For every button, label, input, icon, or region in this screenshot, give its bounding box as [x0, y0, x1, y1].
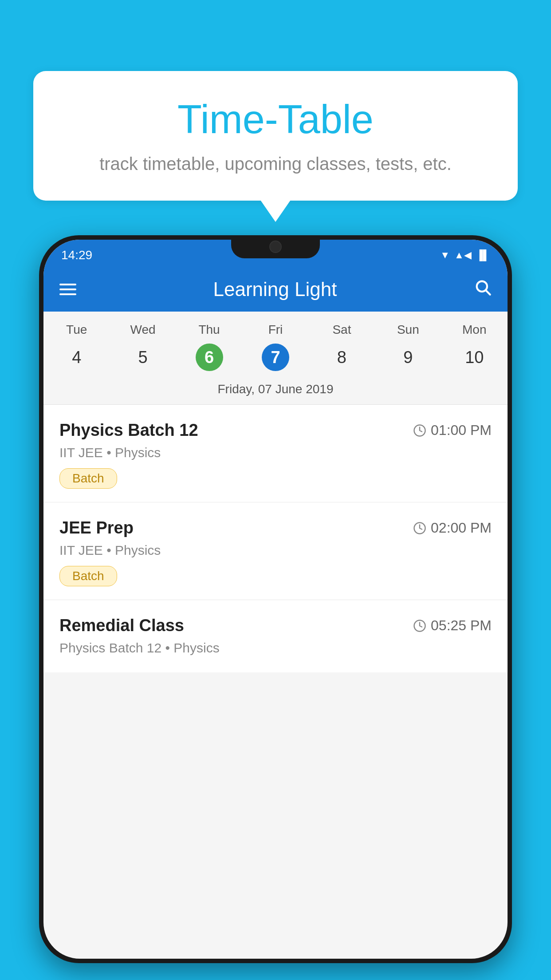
day-4[interactable]: 4 [43, 344, 110, 371]
menu-button[interactable] [59, 284, 76, 295]
schedule-item-3[interactable]: Remedial Class 05:25 PM Physics Batch 12… [43, 600, 508, 672]
schedule-item-2-title: JEE Prep [59, 518, 134, 537]
day-header-thu: Thu [176, 320, 242, 339]
day-8[interactable]: 8 [309, 344, 375, 371]
schedule-item-3-subtitle: Physics Batch 12 • Physics [59, 640, 492, 656]
schedule-item-1-header: Physics Batch 12 01:00 PM [59, 421, 492, 440]
wifi-icon: ▼ [440, 249, 450, 261]
schedule-item-3-title: Remedial Class [59, 616, 184, 635]
clock-icon-2 [413, 522, 426, 535]
status-icons: ▼ ▲◀ ▐▌ [440, 249, 490, 261]
day-5[interactable]: 5 [110, 344, 176, 371]
day-header-sun: Sun [375, 320, 441, 339]
day-numbers: 4 5 6 7 8 9 10 [43, 344, 508, 371]
selected-date-label: Friday, 07 June 2019 [43, 378, 508, 405]
day-headers: Tue Wed Thu Fri Sat Sun Mon [43, 320, 508, 339]
schedule-list: Physics Batch 12 01:00 PM IIT JEE • Phys… [43, 405, 508, 672]
phone-notch [231, 235, 320, 258]
schedule-item-1-tag: Batch [59, 468, 117, 489]
search-button[interactable] [474, 278, 492, 300]
schedule-item-2-tag: Batch [59, 566, 117, 586]
status-time: 14:29 [61, 248, 92, 262]
clock-icon-3 [413, 619, 426, 632]
schedule-item-1-subtitle: IIT JEE • Physics [59, 445, 492, 460]
bubble-subtitle: track timetable, upcoming classes, tests… [55, 151, 496, 176]
phone-screen: 14:29 ▼ ▲◀ ▐▌ Learning Light [43, 240, 508, 959]
day-10[interactable]: 10 [441, 344, 508, 371]
signal-icon: ▲◀ [454, 249, 472, 261]
app-title: Learning Light [90, 278, 460, 300]
calendar-strip: Tue Wed Thu Fri Sat Sun Mon 4 5 6 7 8 9 … [43, 312, 508, 405]
schedule-item-1[interactable]: Physics Batch 12 01:00 PM IIT JEE • Phys… [43, 405, 508, 502]
schedule-item-1-title: Physics Batch 12 [59, 421, 198, 440]
schedule-item-1-time: 01:00 PM [413, 422, 492, 439]
schedule-item-2-time: 02:00 PM [413, 520, 492, 536]
schedule-item-2-header: JEE Prep 02:00 PM [59, 518, 492, 537]
speech-bubble: Time-Table track timetable, upcoming cla… [33, 71, 518, 201]
camera-icon [269, 241, 282, 253]
battery-icon: ▐▌ [476, 249, 490, 261]
svg-line-1 [486, 291, 490, 295]
day-header-tue: Tue [43, 320, 110, 339]
day-7-selected[interactable]: 7 [262, 344, 289, 371]
day-6-today[interactable]: 6 [196, 344, 223, 371]
day-header-fri: Fri [242, 320, 308, 339]
day-9[interactable]: 9 [375, 344, 441, 371]
bubble-title: Time-Table [55, 98, 496, 142]
schedule-item-3-header: Remedial Class 05:25 PM [59, 616, 492, 635]
phone-frame: 14:29 ▼ ▲◀ ▐▌ Learning Light [39, 235, 512, 963]
day-header-mon: Mon [441, 320, 508, 339]
day-header-sat: Sat [309, 320, 375, 339]
schedule-item-2-subtitle: IIT JEE • Physics [59, 543, 492, 558]
clock-icon [413, 424, 426, 437]
app-toolbar: Learning Light [43, 267, 508, 312]
day-header-wed: Wed [110, 320, 176, 339]
speech-bubble-container: Time-Table track timetable, upcoming cla… [33, 71, 518, 201]
phone-device: 14:29 ▼ ▲◀ ▐▌ Learning Light [39, 235, 512, 980]
schedule-item-2[interactable]: JEE Prep 02:00 PM IIT JEE • Physics Batc… [43, 502, 508, 600]
schedule-item-3-time: 05:25 PM [413, 617, 492, 634]
